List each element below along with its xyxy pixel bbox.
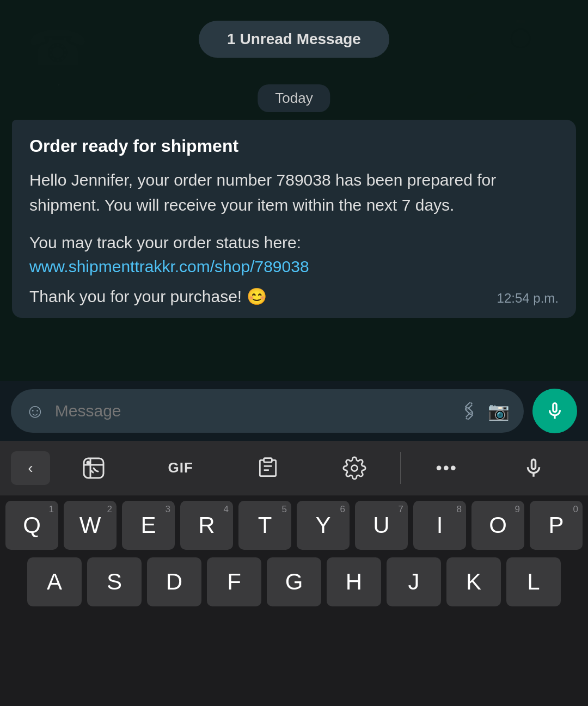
key-p[interactable]: 0P xyxy=(530,501,583,550)
sticker-icon xyxy=(81,455,107,481)
message-thanks: Thank you for your purchase! 😊 xyxy=(29,287,491,306)
date-badge: Today xyxy=(258,84,330,112)
key-t[interactable]: 5T xyxy=(238,501,291,550)
unread-message-badge: 1 Unread Message xyxy=(199,21,389,58)
settings-keyboard-button[interactable] xyxy=(311,441,398,495)
key-w[interactable]: 2W xyxy=(64,501,117,550)
message-input[interactable] xyxy=(55,402,451,420)
more-keyboard-button[interactable]: ••• xyxy=(403,441,490,495)
more-label: ••• xyxy=(436,458,457,478)
key-y[interactable]: 6Y xyxy=(297,501,350,550)
key-q[interactable]: 1Q xyxy=(5,501,58,550)
camera-icon[interactable]: 📷 xyxy=(488,401,510,421)
message-track-link[interactable]: www.shipmenttrakkr.com/shop/789038 xyxy=(29,257,559,276)
message-footer: Thank you for your purchase! 😊 12:54 p.m… xyxy=(29,287,559,306)
svg-rect-12 xyxy=(264,458,272,462)
svg-text:📷: 📷 xyxy=(490,3,544,54)
voice-message-button[interactable] xyxy=(532,389,577,433)
key-f[interactable]: F xyxy=(207,557,261,606)
keyboard-row-1: 1Q2W3E4R5T6Y7U8I9O0P xyxy=(5,501,583,550)
mic-icon xyxy=(544,401,565,421)
keyboard-back-button[interactable]: ‹ xyxy=(11,451,50,485)
message-time: 12:54 p.m. xyxy=(497,291,559,306)
gif-label: GIF xyxy=(168,459,193,476)
sticker-keyboard-button[interactable] xyxy=(50,441,137,495)
key-s[interactable]: S xyxy=(87,557,142,606)
keyboard-keys: 1Q2W3E4R5T6Y7U8I9O0P ASDFGHJKL xyxy=(0,495,588,606)
input-area: ☺ 🖇 📷 xyxy=(0,381,588,441)
key-l[interactable]: L xyxy=(506,557,561,606)
key-g[interactable]: G xyxy=(267,557,321,606)
keyboard-area: ‹ GIF xyxy=(0,441,588,706)
key-r[interactable]: 4R xyxy=(180,501,233,550)
message-title: Order ready for shipment xyxy=(29,135,559,158)
svg-text:⭐: ⭐ xyxy=(436,73,483,119)
keyboard-row-2: ASDFGHJKL xyxy=(5,557,583,606)
key-e[interactable]: 3E xyxy=(122,501,175,550)
clipboard-keyboard-button[interactable] xyxy=(224,441,311,495)
clipboard-icon xyxy=(256,456,280,480)
emoji-button[interactable]: ☺ xyxy=(25,400,45,422)
key-o[interactable]: 9O xyxy=(471,501,524,550)
key-u[interactable]: 7U xyxy=(355,501,408,550)
mic-keyboard-button[interactable] xyxy=(490,441,577,495)
message-input-wrapper: ☺ 🖇 📷 xyxy=(11,389,524,433)
key-k[interactable]: K xyxy=(446,557,501,606)
gif-keyboard-button[interactable]: GIF xyxy=(137,441,224,495)
svg-text:☎: ☎ xyxy=(27,21,88,76)
key-i[interactable]: 8I xyxy=(413,501,466,550)
keyboard-mic-icon xyxy=(522,457,545,480)
key-d[interactable]: D xyxy=(147,557,201,606)
toolbar-divider xyxy=(400,452,401,484)
svg-point-15 xyxy=(352,465,358,471)
key-j[interactable]: J xyxy=(387,557,441,606)
svg-point-11 xyxy=(87,462,89,464)
key-h[interactable]: H xyxy=(327,557,381,606)
key-a[interactable]: A xyxy=(27,557,82,606)
message-track-label: You may track your order status here: xyxy=(29,230,559,256)
keyboard-toolbar: ‹ GIF xyxy=(0,441,588,495)
message-body: Hello Jennifer, your order number 789038… xyxy=(29,168,559,218)
message-bubble: Order ready for shipment Hello Jennifer,… xyxy=(12,120,576,318)
attach-icon[interactable]: 🖇 xyxy=(456,398,483,425)
settings-icon xyxy=(342,456,366,480)
